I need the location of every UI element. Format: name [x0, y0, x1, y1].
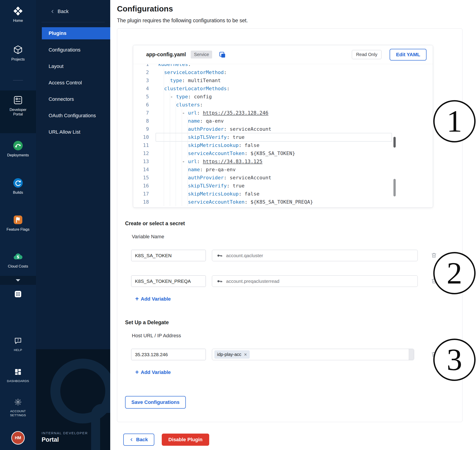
nav-item-connectors[interactable]: Connectors — [36, 91, 110, 107]
code-line: 15 authProvider: serviceAccount — [133, 174, 396, 182]
module-switcher-button[interactable] — [0, 289, 36, 300]
developer-portal-icon — [0, 95, 36, 106]
delegate-section-heading: Set Up a Delegate — [125, 319, 462, 326]
copy-icon — [218, 51, 226, 59]
code-line: 18 serviceAccountToken: ${K8S_SA_TOKEN_P… — [133, 198, 396, 206]
avatar[interactable]: HM — [11, 431, 25, 444]
secret-value: account.preqaclusterread — [226, 278, 279, 284]
user-menu[interactable]: HM — [0, 431, 36, 444]
nav-divider — [41, 22, 105, 22]
add-variable-label: Add Variable — [141, 369, 171, 375]
scrollbar-thumb[interactable] — [394, 179, 396, 196]
sidebar-item-account-settings[interactable]: ACCOUNT SETTINGS — [0, 397, 36, 417]
yaml-code-lines: 1kubernetes:2 serviceLocatorMethod:3 typ… — [133, 64, 396, 206]
nav-item-url-allow-list[interactable]: URL Allow List — [36, 124, 110, 140]
builds-icon — [0, 177, 36, 189]
configurations-card: app-config.yaml Service Read Only Edit Y… — [117, 28, 463, 422]
plus-icon: + — [135, 296, 139, 302]
read-only-badge: Read Only — [352, 50, 382, 59]
service-badge: Service — [191, 51, 212, 59]
code-line: 14 name: pre-qa-env — [133, 166, 396, 174]
variable-name-label: Variable Name — [132, 234, 462, 240]
sidebar-item-help[interactable]: ? HELP — [0, 335, 36, 352]
sidebar-item-label: Builds — [0, 190, 36, 195]
variable-name-input[interactable] — [131, 275, 206, 287]
annotation-number: 2 — [447, 258, 462, 289]
sidebar-item-label: HELP — [0, 348, 36, 352]
nav-item-layout[interactable]: Layout — [36, 58, 110, 74]
variable-name-input[interactable] — [131, 250, 206, 261]
nav-item-oauth-configurations[interactable]: OAuth Configurations — [36, 107, 110, 124]
chip-label: idp-play-acc — [217, 352, 241, 357]
feature-flags-icon — [0, 214, 36, 225]
code-line: 12 serviceAccountToken: ${K8S_SA_TOKEN} — [133, 149, 396, 158]
page-title: Configurations — [117, 4, 476, 13]
code-line: 6 clusters: — [133, 101, 396, 109]
code-line: 2 serviceLocatorMethod: — [133, 68, 396, 77]
edit-yaml-button[interactable]: Edit YAML — [390, 49, 427, 60]
chip-remove-icon[interactable]: × — [244, 353, 247, 356]
secret-select-field[interactable]: account.qacluster — [212, 250, 418, 261]
deployments-icon — [0, 140, 36, 151]
rail-collapse-toggle[interactable] — [0, 276, 36, 285]
annotation-number: 1 — [447, 106, 462, 137]
nav-item-label: OAuth Configurations — [49, 113, 96, 118]
nav-item-configurations[interactable]: Configurations — [36, 42, 110, 58]
nav-item-label: Access Control — [49, 80, 82, 86]
secret-select-field[interactable]: account.preqaclusterread — [212, 275, 418, 287]
sidebar-item-home[interactable]: Home — [0, 6, 36, 23]
nav-footer-eyebrow: INTERNAL DEVELOPER — [42, 431, 88, 435]
back-button[interactable]: Back — [123, 434, 154, 446]
main-content: Configurations The plugin requires the f… — [110, 0, 476, 450]
annotation-number: 3 — [447, 344, 462, 375]
nav-item-plugins[interactable]: Plugins — [42, 27, 110, 39]
nav-item-access-control[interactable]: Access Control — [36, 74, 110, 91]
code-line: 1kubernetes: — [133, 64, 396, 68]
secret-section-heading: Create or select a secret — [125, 220, 462, 227]
back-link[interactable]: Back — [36, 0, 110, 17]
code-line: 10 skipTLSVerify: true — [133, 133, 396, 141]
nav-footer: INTERNAL DEVELOPER Portal — [42, 431, 88, 443]
add-variable-link[interactable]: + Add Variable — [135, 369, 171, 376]
code-line: 16 skipTLSVerify: true — [133, 182, 396, 190]
copy-button[interactable] — [218, 51, 226, 59]
plus-icon: + — [135, 369, 139, 376]
yaml-editor-header: app-config.yaml Service Read Only Edit Y… — [133, 45, 433, 64]
code-line: 17 skipMetricsLookup: false — [133, 190, 396, 198]
yaml-code-viewport[interactable]: 1kubernetes:2 serviceLocatorMethod:3 typ… — [133, 64, 396, 207]
tag-field-scroll-strip — [409, 349, 414, 360]
annotation-circle-1: 1 — [433, 100, 476, 142]
help-chat-icon: ? — [0, 335, 36, 347]
code-line: 9 authProvider: serviceAccount — [133, 125, 396, 133]
delegate-row: idp-play-acc × — [131, 349, 462, 360]
annotation-circle-3: 3 — [433, 339, 476, 381]
apps-grid-icon — [0, 289, 36, 300]
host-url-label: Host URL / IP Address — [132, 333, 462, 339]
cloud-costs-icon: $ — [0, 251, 36, 262]
sidebar-item-feature-flags[interactable]: Feature Flags — [0, 214, 36, 231]
code-scrollbar[interactable] — [393, 64, 396, 207]
sidebar-item-label: Projects — [0, 57, 36, 61]
delegate-tag-chip[interactable]: idp-play-acc × — [214, 350, 250, 359]
host-url-input[interactable] — [131, 349, 206, 360]
trash-icon — [431, 252, 437, 259]
chevron-down-icon — [16, 279, 20, 281]
add-variable-link[interactable]: + Add Variable — [135, 296, 171, 302]
sidebar-item-cloud-costs[interactable]: $ Cloud Costs — [0, 251, 36, 268]
dashboards-icon — [0, 366, 36, 378]
save-configurations-button[interactable]: Save Configurations — [125, 396, 186, 409]
delegate-tags-field[interactable]: idp-play-acc × — [212, 349, 414, 360]
sidebar-item-dashboards[interactable]: DASHBOARDS — [0, 366, 36, 383]
code-line: 13 - url: https://34.83.13.125 — [133, 158, 396, 166]
sidebar-item-label: Developer Portal — [7, 107, 29, 116]
key-icon — [216, 252, 223, 259]
sidebar-item-projects[interactable]: Projects — [0, 44, 36, 61]
code-line: 11 skipMetricsLookup: false — [133, 141, 396, 149]
sidebar-item-developer-portal[interactable]: Developer Portal — [0, 95, 36, 116]
disable-plugin-button[interactable]: Disable Plugin — [162, 434, 209, 446]
sidebar-item-deployments[interactable]: Deployments — [0, 140, 36, 157]
nav-item-label: Configurations — [49, 47, 81, 53]
sidebar-item-builds[interactable]: Builds — [0, 177, 36, 195]
delete-row-button[interactable] — [431, 252, 437, 259]
sidebar-item-label: ACCOUNT SETTINGS — [7, 409, 29, 417]
